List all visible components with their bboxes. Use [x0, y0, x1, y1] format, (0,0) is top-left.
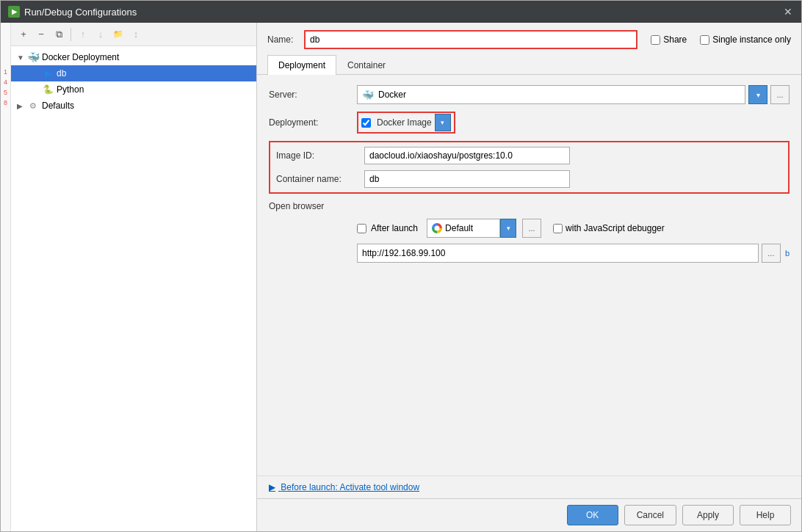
server-more-button[interactable]: ...: [770, 85, 790, 104]
move-to-folder-button[interactable]: 📁: [110, 26, 126, 43]
sort-button[interactable]: ↕: [128, 26, 144, 43]
open-browser-row: Open browser: [269, 201, 790, 211]
run-debug-config-dialog: ▶ Run/Debug Configurations ✕ 1 4 5 8 + −: [0, 0, 802, 532]
container-name-row: Container name:: [276, 170, 782, 188]
name-label: Name:: [267, 34, 298, 45]
container-name-label: Container name:: [276, 174, 364, 184]
name-row: Name: Share Single instance only: [257, 23, 801, 55]
chrome-icon: [432, 223, 442, 233]
docker-label: 🐳 Docker: [362, 90, 406, 101]
tree-item-db[interactable]: ▶ db: [11, 65, 256, 81]
apply-button[interactable]: Apply: [682, 505, 734, 525]
server-field: 🐳 Docker ▾ ...: [357, 85, 790, 104]
bottom-section: ▶ Before launch: Activate tool window: [257, 475, 801, 498]
copy-config-button[interactable]: ⧉: [51, 26, 67, 43]
open-browser-label: Open browser: [269, 201, 357, 211]
tab-deployment[interactable]: Deployment: [267, 55, 336, 75]
image-id-field: [364, 147, 782, 164]
help-button[interactable]: Help: [740, 505, 791, 525]
python-icon: 🐍: [42, 84, 54, 95]
tab-container[interactable]: Container: [336, 55, 397, 75]
deployment-row: Deployment: Docker Image ▾: [269, 112, 790, 134]
toolbar: + − ⧉ ↑ ↓ 📁 ↕: [11, 23, 256, 46]
url-blue-indicator: b: [785, 249, 790, 258]
server-dropdown-arrow[interactable]: ▾: [748, 85, 767, 104]
defaults-icon: ⚙: [27, 100, 39, 112]
before-launch-link[interactable]: ▶ Before launch: Activate tool window: [269, 482, 419, 492]
tree-label-docker-deployment: Docker Deployment: [42, 52, 119, 62]
url-more-button[interactable]: ...: [762, 244, 781, 263]
browser-value: Default: [445, 223, 473, 233]
browser-select[interactable]: Default: [427, 219, 500, 238]
browser-more-button[interactable]: ...: [522, 219, 541, 238]
share-label: Share: [663, 34, 687, 45]
single-instance-label: Single instance only: [712, 34, 791, 45]
move-up-button[interactable]: ↑: [75, 26, 91, 43]
image-id-row: Image ID:: [276, 147, 782, 164]
browser-select-inner: Default: [432, 223, 473, 233]
tree-label-python: Python: [57, 84, 84, 95]
share-checkbox[interactable]: [651, 35, 660, 45]
image-id-input[interactable]: [364, 147, 570, 164]
remove-config-button[interactable]: −: [33, 26, 49, 43]
tree-item-defaults[interactable]: ▶ ⚙ Defaults: [11, 98, 256, 114]
server-row: Server: 🐳 Docker ▾ ...: [269, 85, 790, 104]
dialog-icon: ▶: [8, 6, 20, 18]
with-js-area: with JavaScript debugger: [553, 223, 665, 233]
name-input[interactable]: [304, 30, 637, 49]
add-config-button[interactable]: +: [15, 26, 32, 43]
tree-item-docker-deployment[interactable]: ▼ 🐳 Docker Deployment: [11, 49, 256, 65]
after-launch-checkbox[interactable]: [357, 224, 366, 233]
with-js-checkbox[interactable]: [553, 224, 563, 233]
before-launch-label: Before launch: Activate tool window: [281, 482, 419, 492]
deployment-field: Docker Image ▾: [357, 112, 790, 134]
deployment-value: Docker Image: [377, 117, 432, 128]
chrome-inner: [435, 226, 440, 231]
tabs-bar: Deployment Container: [257, 55, 801, 75]
gutter-5: 5: [4, 87, 7, 98]
footer: OK Cancel Apply Help: [257, 498, 801, 531]
ok-button[interactable]: OK: [567, 505, 618, 525]
left-panel: + − ⧉ ↑ ↓ 📁 ↕: [11, 23, 257, 531]
tab-content-deployment: Server: 🐳 Docker ▾ ... Depl: [257, 75, 801, 475]
image-container-group: Image ID: Container name:: [269, 141, 790, 194]
toolbar-sep-1: [71, 28, 71, 41]
single-instance-area: Single instance only: [700, 34, 791, 45]
deployment-label: Deployment:: [269, 117, 357, 128]
move-down-button[interactable]: ↓: [93, 26, 109, 43]
server-value: Docker: [378, 90, 406, 100]
title-bar-left: ▶ Run/Debug Configurations: [8, 6, 137, 18]
with-js-label: with JavaScript debugger: [566, 223, 665, 233]
title-bar: ▶ Run/Debug Configurations ✕: [1, 1, 801, 23]
cancel-button[interactable]: Cancel: [624, 505, 676, 525]
tree-label-db: db: [57, 68, 66, 79]
db-icon: ▶: [42, 68, 54, 79]
before-launch-arrow: ▶: [269, 482, 275, 492]
gutter-1: 1: [4, 67, 7, 77]
tree-item-python[interactable]: 🐍 Python: [11, 81, 256, 98]
url-input[interactable]: [357, 244, 759, 263]
deployment-checkbox[interactable]: [361, 118, 371, 128]
browser-dropdown-arrow[interactable]: ▾: [500, 219, 516, 238]
docker-deployment-icon: 🐳: [27, 51, 39, 63]
server-select[interactable]: 🐳 Docker: [357, 85, 745, 104]
browser-select-area: Default ▾: [427, 219, 516, 238]
deployment-dropdown-arrow[interactable]: ▾: [435, 114, 451, 131]
single-instance-checkbox[interactable]: [700, 35, 709, 45]
config-tree[interactable]: ▼ 🐳 Docker Deployment ▶ db 🐍 Python: [11, 46, 256, 531]
image-id-label: Image ID:: [276, 150, 364, 161]
tree-arrow-defaults: ▶: [17, 102, 26, 110]
url-row: ... b: [357, 244, 790, 263]
container-name-input[interactable]: [364, 170, 570, 188]
left-gutter: 1 4 5 8: [1, 23, 11, 531]
deployment-select-area: Docker Image ▾: [357, 112, 455, 134]
gutter-8: 8: [4, 98, 7, 108]
gutter-4: 4: [4, 77, 7, 87]
after-launch-row: After launch Default ▾: [357, 219, 790, 238]
container-name-field: [364, 170, 782, 188]
docker-emoji: 🐳: [362, 90, 374, 101]
close-button[interactable]: ✕: [782, 6, 794, 18]
share-area: Share: [651, 34, 687, 45]
after-launch-label: After launch: [371, 223, 418, 233]
right-panel: Name: Share Single instance only Deploym…: [257, 23, 801, 531]
